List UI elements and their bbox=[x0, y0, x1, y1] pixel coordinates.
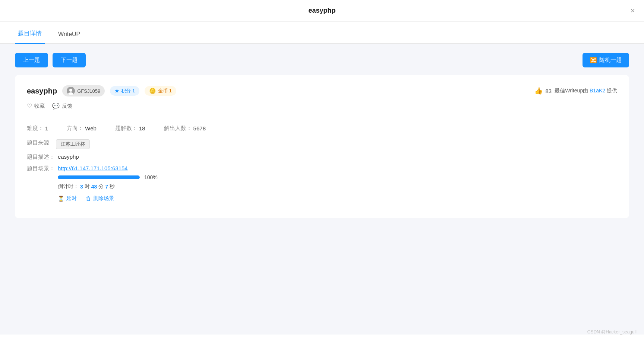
watermark: CSDN @Hacker_seagull bbox=[587, 329, 637, 335]
progress-bar-wrap bbox=[58, 175, 140, 179]
difficulty-value: 1 bbox=[45, 125, 48, 132]
score-tag: ★ 积分 1 bbox=[110, 86, 139, 96]
progress-bar-fill bbox=[58, 175, 140, 179]
countdown-minutes: 48 bbox=[91, 184, 97, 190]
scene-actions: ⏳ 延时 🗑 删除场景 bbox=[58, 195, 158, 202]
meta-row: 难度： 1 方向： Web 题解数： 18 解出人数： 5678 bbox=[27, 125, 617, 132]
hourglass-icon: ⏳ bbox=[58, 196, 64, 202]
source-label: 题目来源 bbox=[27, 139, 53, 146]
modal-header: easyphp × bbox=[0, 0, 644, 22]
desc-section: 题目描述： easyphp bbox=[27, 153, 617, 161]
nav-buttons: 上一题 下一题 bbox=[15, 53, 86, 67]
delay-button[interactable]: ⏳ 延时 bbox=[58, 195, 77, 202]
difficulty-item: 难度： 1 bbox=[27, 125, 48, 132]
svg-point-1 bbox=[69, 89, 72, 92]
solved-item: 解出人数： 5678 bbox=[164, 125, 206, 132]
tab-writeup[interactable]: WriteUP bbox=[55, 26, 83, 44]
tabs-bar: 题目详情 WriteUP bbox=[0, 25, 644, 44]
countdown-row: 倒计时： 3 时 48 分 7 秒 bbox=[58, 183, 158, 190]
trash-icon: 🗑 bbox=[86, 196, 91, 202]
modal-title: easyphp bbox=[308, 7, 335, 15]
challenge-info-right: 👍 83 最佳Writeup由 B1aK2 提供 bbox=[534, 87, 618, 95]
direction-item: 方向： Web bbox=[67, 125, 97, 132]
prev-button[interactable]: 上一题 bbox=[15, 53, 48, 67]
content-area: 上一题 下一题 🔀 随机一题 easyphp bbox=[0, 44, 644, 335]
difficulty-label: 难度： bbox=[27, 125, 44, 132]
scene-label: 题目场景： bbox=[27, 165, 55, 172]
progress-text: 100% bbox=[144, 174, 158, 180]
writeup-info: 最佳Writeup由 B1aK2 提供 bbox=[555, 88, 617, 94]
progress-container: 100% bbox=[58, 174, 158, 180]
close-button[interactable]: × bbox=[630, 7, 635, 15]
scene-content: http://61.147.171.105:63154 100% 倒计时： 3 … bbox=[58, 165, 158, 202]
author-name: GFSJ1059 bbox=[77, 88, 100, 94]
scene-url[interactable]: http://61.147.171.105:63154 bbox=[58, 165, 128, 171]
source-tag: 江苏工匠杯 bbox=[56, 139, 90, 149]
desc-value: easyphp bbox=[58, 153, 79, 160]
like-count: 83 bbox=[546, 88, 552, 94]
random-button[interactable]: 🔀 随机一题 bbox=[583, 53, 629, 67]
challenge-name: easyphp bbox=[27, 87, 57, 95]
challenge-info-left: easyphp GFSJ1059 ★ 积分 1 bbox=[27, 85, 176, 96]
author-avatar bbox=[67, 87, 75, 95]
countdown-seconds: 7 bbox=[105, 184, 108, 190]
scene-section: 题目场景： http://61.147.171.105:63154 100% 倒… bbox=[27, 165, 617, 202]
source-section: 题目来源 江苏工匠杯 bbox=[27, 139, 617, 149]
solutions-item: 题解数： 18 bbox=[115, 125, 145, 132]
star-icon: ★ bbox=[114, 88, 119, 94]
coin-icon: 🪙 bbox=[149, 88, 156, 94]
actions-row: ♡ 收藏 💬 反馈 bbox=[27, 102, 617, 110]
next-button[interactable]: 下一题 bbox=[53, 53, 86, 67]
challenge-top: easyphp GFSJ1059 ★ 积分 1 bbox=[27, 85, 617, 96]
solved-value: 5678 bbox=[193, 125, 206, 132]
solutions-label: 题解数： bbox=[115, 125, 138, 132]
challenge-card: easyphp GFSJ1059 ★ 积分 1 bbox=[15, 75, 629, 218]
action-bar: 上一题 下一题 🔀 随机一题 bbox=[15, 53, 629, 67]
collect-action[interactable]: ♡ 收藏 bbox=[27, 102, 45, 110]
direction-value: Web bbox=[85, 125, 97, 132]
tab-detail[interactable]: 题目详情 bbox=[15, 25, 45, 44]
direction-label: 方向： bbox=[67, 125, 83, 132]
countdown-hours: 3 bbox=[80, 184, 83, 190]
delete-scene-button[interactable]: 🗑 删除场景 bbox=[86, 195, 114, 202]
divider bbox=[27, 118, 617, 118]
like-icon: 👍 bbox=[534, 87, 543, 95]
desc-label: 题目描述： bbox=[27, 153, 55, 161]
writeup-author: B1aK2 bbox=[590, 88, 605, 94]
solutions-value: 18 bbox=[139, 125, 145, 132]
coin-tag: 🪙 金币 1 bbox=[145, 86, 176, 96]
heart-icon: ♡ bbox=[27, 102, 32, 110]
comment-icon: 💬 bbox=[52, 102, 60, 110]
author-tag: GFSJ1059 bbox=[62, 85, 105, 96]
random-icon: 🔀 bbox=[590, 57, 597, 64]
feedback-action[interactable]: 💬 反馈 bbox=[52, 102, 72, 110]
solved-label: 解出人数： bbox=[164, 125, 192, 132]
